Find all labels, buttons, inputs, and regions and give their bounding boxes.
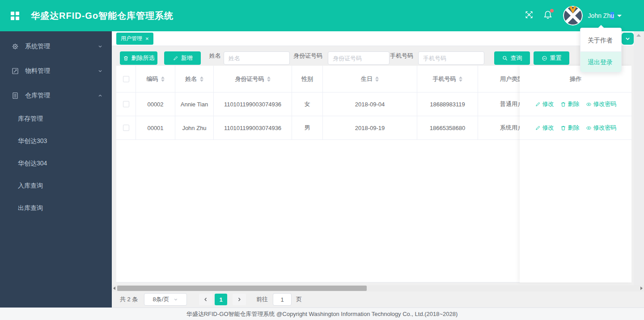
search-button[interactable]: 查询 [494, 51, 530, 65]
column-header-code[interactable]: 编码 [136, 66, 175, 92]
cell-birthday: 2018-09-19 [323, 116, 417, 139]
phone-filter-input[interactable] [418, 51, 484, 65]
tab-user-management[interactable]: 用户管理 × [116, 33, 153, 45]
sort-caret-icon[interactable] [459, 76, 462, 82]
horizontal-scrollbar-thumb[interactable] [117, 286, 367, 291]
sidebar-item-material-management[interactable]: 物料管理 [0, 59, 112, 83]
chevron-right-icon [237, 297, 242, 302]
chevron-down-icon [625, 36, 631, 42]
menu-grid-icon[interactable] [11, 12, 19, 20]
notification-dot [550, 9, 554, 13]
name-filter-input[interactable] [224, 51, 290, 65]
tabs-more-button[interactable] [622, 33, 634, 45]
horizontal-scrollbar[interactable] [112, 285, 644, 291]
column-header-birthday[interactable]: 生日 [323, 66, 417, 92]
column-label: 身份证号码 [235, 75, 264, 83]
id-filter-input[interactable] [328, 51, 390, 65]
sort-caret-icon[interactable] [267, 76, 271, 82]
change-password-link[interactable]: 修改密码 [586, 100, 617, 108]
operations-fixed-column: 操作 修改 删除 修改密码 修改 [520, 66, 631, 282]
delete-selected-button[interactable]: 删除所选 [120, 51, 157, 65]
sidebar-item-inbound-query[interactable]: 入库查询 [0, 175, 112, 197]
reset-button[interactable]: 重置 [534, 51, 569, 65]
delete-selected-label: 删除所选 [131, 54, 155, 62]
delete-link[interactable]: 删除 [560, 100, 580, 108]
sidebar-item-outbound-query[interactable]: 出库查询 [0, 197, 112, 219]
column-label: 手机号码 [433, 75, 456, 83]
vertical-scrollbar[interactable] [634, 31, 644, 285]
avatar[interactable] [563, 6, 583, 25]
trash-icon [123, 55, 129, 61]
tab-close-icon[interactable]: × [145, 36, 149, 42]
table-row: 00001 John Zhu 110101199003074936 男 2018… [116, 116, 520, 140]
table-header-row: 编码 姓名 身份证号码 性别 生日 [116, 66, 520, 93]
edit-square-icon [12, 67, 19, 75]
scroll-right-arrow-icon[interactable] [640, 286, 643, 290]
sidebar-item-warehouse-management[interactable]: 仓库管理 [0, 83, 112, 108]
menu-item-logout[interactable]: 退出登录 [580, 51, 621, 72]
user-menu[interactable]: John Zhu [588, 12, 622, 19]
scroll-up-arrow-icon[interactable] [636, 34, 641, 37]
change-password-link[interactable]: 修改密码 [586, 124, 617, 132]
add-button[interactable]: 新增 [164, 51, 201, 65]
column-label: 编码 [147, 75, 158, 83]
search-label: 查询 [511, 54, 522, 62]
chevron-down-icon [174, 297, 178, 302]
sidebar-item-label: 仓库管理 [25, 92, 97, 100]
add-label: 新增 [181, 54, 193, 62]
scroll-left-arrow-icon[interactable] [113, 286, 115, 290]
document-icon [12, 92, 19, 99]
table-row: 00002 Annie Tian 110101199003074936 女 20… [116, 93, 520, 116]
bell-icon[interactable] [543, 10, 552, 21]
fullscreen-icon[interactable] [525, 10, 534, 21]
row-checkbox[interactable] [123, 101, 129, 107]
sidebar-item-system-management[interactable]: 系统管理 [0, 34, 112, 59]
menu-item-about-author[interactable]: 关于作者 [580, 32, 621, 49]
cell-gender: 女 [292, 93, 323, 116]
warehouse-submenu: 库存管理 华创达303 华创达304 入库查询 出库查询 [0, 108, 112, 219]
cell-user-type: 普通用户 [478, 93, 520, 116]
prev-page-button[interactable] [199, 294, 212, 305]
delete-link[interactable]: 删除 [560, 124, 580, 132]
page-number-current[interactable]: 1 [215, 294, 227, 305]
select-all-checkbox[interactable] [123, 76, 129, 82]
change-password-label: 修改密码 [593, 100, 617, 108]
edit-link[interactable]: 修改 [535, 100, 554, 108]
name-filter-label: 姓名 [209, 46, 221, 66]
change-password-label: 修改密码 [593, 124, 617, 132]
header-right: John Zhu [525, 0, 622, 31]
sidebar-item-inventory-management[interactable]: 库存管理 [0, 108, 112, 130]
next-page-button[interactable] [233, 294, 246, 305]
users-table: 编码 姓名 身份证号码 性别 生日 [116, 66, 631, 282]
sidebar-item-huachuangda-304[interactable]: 华创达304 [0, 152, 112, 175]
edit-link[interactable]: 修改 [535, 124, 554, 132]
id-filter-label: 身份证号码 [293, 46, 322, 66]
page-size-select[interactable]: 8条/页 [144, 293, 187, 306]
app-header: 华盛达RFID-Go智能仓库管理系统 [0, 0, 644, 31]
eye-icon [586, 101, 592, 107]
column-header-phone[interactable]: 手机号码 [417, 66, 478, 92]
sidebar-item-huachuangda-303[interactable]: 华创达303 [0, 130, 112, 152]
sort-caret-icon[interactable] [200, 76, 203, 82]
row-checkbox[interactable] [123, 125, 129, 131]
trash-icon [560, 125, 566, 131]
grid-dot [11, 17, 14, 20]
edit-label: 修改 [542, 124, 554, 132]
column-header-name[interactable]: 姓名 [175, 66, 214, 92]
tabs-bar: 用户管理 × [112, 31, 634, 46]
sort-caret-icon[interactable] [161, 76, 165, 82]
sidebar-subitem-label: 华创达304 [18, 160, 47, 168]
gear-icon [12, 43, 19, 50]
sidebar-subitem-label: 华创达303 [18, 137, 47, 145]
sort-caret-icon[interactable] [375, 76, 379, 82]
sidebar-subitem-label: 入库查询 [18, 182, 43, 190]
trash-icon [560, 101, 566, 107]
cell-id-number: 110101199003074936 [214, 116, 292, 139]
goto-page-input[interactable] [273, 293, 292, 306]
minus-circle-icon [542, 55, 547, 61]
goto-label: 前往 [256, 291, 268, 307]
cell-phone: 18688983119 [417, 93, 478, 116]
pen-icon [535, 101, 541, 107]
app-window: 华盛达RFID-Go智能仓库管理系统 [0, 0, 644, 320]
column-header-id-number[interactable]: 身份证号码 [214, 66, 292, 92]
